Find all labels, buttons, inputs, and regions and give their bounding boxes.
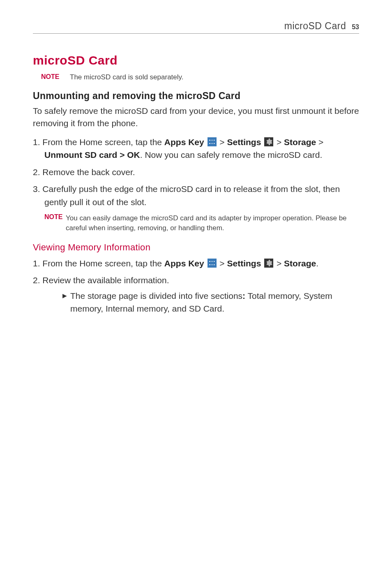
- memory-steps: From the Home screen, tap the Apps Key >…: [33, 257, 359, 315]
- apps-key-icon: [208, 137, 217, 146]
- apps-key-label-2: Apps Key: [164, 259, 204, 268]
- page-header: microSD Card 53: [33, 21, 359, 34]
- settings-icon: [264, 137, 273, 146]
- note-damage-warning: NOTE You can easily damage the microSD c…: [33, 213, 359, 233]
- bullet-a: The storage page is divided into five se…: [70, 291, 242, 300]
- step1-text-e: . Now you can safely remove the microSD …: [140, 150, 323, 159]
- note-label-2: NOTE: [44, 213, 66, 233]
- step1-sep-b: >: [217, 137, 227, 147]
- unmount-step-2: Remove the back cover.: [33, 166, 359, 179]
- mem-step1-a: From the Home screen, tap the: [42, 259, 164, 268]
- unmount-steps: From the Home screen, tap the Apps Key >…: [33, 136, 359, 209]
- mem-step1-c: >: [274, 259, 284, 268]
- mem-step2-text: Review the available information.: [42, 275, 169, 285]
- mem-step1-b: >: [217, 259, 227, 268]
- bullet-marker-icon: ▶: [62, 291, 67, 315]
- settings-label-2: Settings: [227, 259, 261, 268]
- note-sold-separately: NOTE The microSD card is sold separately…: [33, 73, 359, 81]
- unmount-intro: To safely remove the microSD card from y…: [33, 105, 359, 130]
- step1-text-a: From the Home screen, tap the: [42, 137, 164, 147]
- mem-step1-d: .: [316, 259, 318, 268]
- note-text: The microSD card is sold separately.: [70, 73, 184, 81]
- memory-step-1: From the Home screen, tap the Apps Key >…: [33, 257, 359, 270]
- step1-sep-d: >: [316, 137, 323, 147]
- storage-label-2: Storage: [284, 259, 316, 268]
- page-number: 53: [352, 23, 359, 31]
- bullet-text: The storage page is divided into five se…: [70, 289, 359, 315]
- step1-sep-c: >: [274, 137, 284, 147]
- header-title: microSD Card: [284, 21, 346, 32]
- apps-key-label: Apps Key: [164, 137, 204, 147]
- section-heading-memory: Viewing Memory Information: [33, 242, 359, 253]
- unmount-step-3: Carefully push the edge of the microSD c…: [33, 183, 359, 208]
- note-text-2: You can easily damage the microSD card a…: [66, 213, 359, 233]
- memory-bullet: ▶ The storage page is divided into five …: [44, 289, 359, 315]
- apps-key-icon-2: [208, 259, 217, 268]
- storage-label: Storage: [284, 137, 316, 147]
- memory-step-2: Review the available information. ▶ The …: [33, 274, 359, 315]
- main-title: microSD Card: [33, 53, 359, 67]
- settings-icon-2: [264, 259, 273, 268]
- note-label: NOTE: [41, 73, 70, 81]
- unmount-ok-label: Unmount SD card > OK: [44, 150, 140, 159]
- section-heading-unmount: Unmounting and removing the microSD Card: [33, 90, 359, 102]
- unmount-step-1: From the Home screen, tap the Apps Key >…: [33, 136, 359, 162]
- settings-label: Settings: [227, 137, 261, 147]
